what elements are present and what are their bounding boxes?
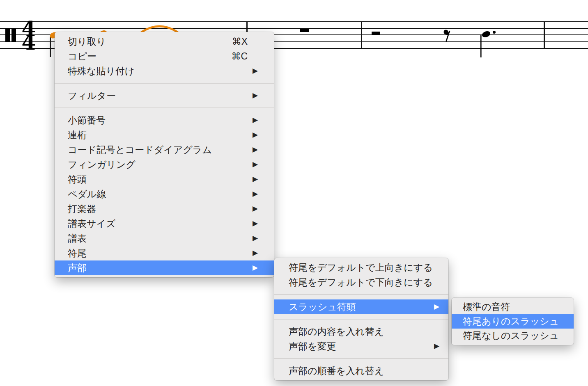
slash-noteheads-submenu: 標準の音符 符尾ありのスラッシュ 符尾なしのスラッシュ — [452, 298, 574, 345]
menu-item-label: スラッシュ符頭 — [289, 301, 356, 313]
menu-item-label: 符尾 — [68, 247, 87, 260]
submenu-arrow-icon: ▶ — [253, 249, 258, 256]
submenu-arrow-icon: ▶ — [253, 131, 258, 138]
submenu-arrow-icon: ▶ — [253, 146, 258, 153]
submenu-arrow-icon: ▶ — [253, 235, 258, 242]
menu-item-label: 声部 — [68, 262, 87, 274]
menu-item-label: 連桁 — [68, 129, 87, 142]
menu-item-label: 声部の順番を入れ替え — [289, 365, 384, 377]
menu-separator — [274, 314, 448, 324]
submenu-arrow-icon: ▶ — [253, 220, 258, 227]
menu-item-slashes-with-stems[interactable]: 符尾ありのスラッシュ — [452, 314, 574, 329]
menu-item-paste-special[interactable]: 特殊な貼り付け ▶ — [55, 64, 274, 78]
menu-item-slashes-without-stems[interactable]: 符尾なしのスラッシュ — [452, 329, 574, 343]
menu-separator — [274, 354, 448, 363]
menu-item-stems[interactable]: 符尾 ▶ — [55, 246, 274, 260]
menu-item-fingering[interactable]: フィンガリング ▶ — [55, 157, 274, 172]
menu-item-label: 符尾をデフォルトで上向きにする — [289, 261, 433, 274]
time-signature[interactable]: 4 4 — [22, 17, 36, 55]
submenu-arrow-icon: ▶ — [253, 190, 258, 197]
submenu-arrow-icon: ▶ — [253, 205, 258, 212]
menu-item-chord-symbols-diagrams[interactable]: コード記号とコードダイアグラム ▶ — [55, 142, 274, 157]
menu-item-label: 符尾なしのスラッシュ — [463, 329, 559, 342]
menu-item-label: 符頭 — [68, 173, 87, 186]
menu-item-label: 符尾ありのスラッシュ — [463, 315, 559, 328]
barline — [361, 21, 362, 49]
whole-rest[interactable] — [300, 29, 309, 32]
menu-item-label: 譜表 — [68, 232, 87, 245]
application-window: 4 4 切り取り ⌘X — [0, 0, 588, 386]
menu-item-label: 小節番号 — [68, 114, 106, 127]
menu-item-noteheads[interactable]: 符頭 ▶ — [55, 172, 274, 187]
menu-item-default-stems-down[interactable]: 符尾をデフォルトで下向きにする — [274, 275, 448, 290]
menu-separator — [55, 103, 274, 113]
menu-item-staff[interactable]: 譜表 ▶ — [55, 231, 274, 246]
submenu-arrow-icon: ▶ — [434, 343, 439, 349]
submenu-arrow-icon: ▶ — [253, 67, 258, 74]
shortcut-copy: ⌘C — [231, 51, 248, 62]
menu-item-cut[interactable]: 切り取り ⌘X — [55, 34, 274, 49]
context-menu: 切り取り ⌘X コピー ⌘C 特殊な貼り付け ▶ フィルター ▶ 小節番号 ▶ … — [55, 32, 274, 277]
augmentation-dot — [493, 31, 496, 34]
voices-submenu: 符尾をデフォルトで上向きにする 符尾をデフォルトで下向きにする スラッシュ符頭 … — [274, 258, 448, 380]
menu-item-label: 譜表サイズ — [68, 217, 116, 230]
shortcut-cut: ⌘X — [232, 36, 248, 47]
selected-note-stem[interactable] — [50, 37, 51, 57]
menu-item-copy[interactable]: コピー ⌘C — [55, 49, 274, 64]
menu-item-label: フィンガリング — [68, 158, 136, 171]
menu-item-label: 標準の音符 — [463, 301, 510, 313]
menu-item-slash-noteheads[interactable]: スラッシュ符頭 ▶ — [274, 299, 448, 314]
menu-item-label: 声部を変更 — [289, 340, 336, 353]
menu-separator — [274, 290, 448, 299]
submenu-arrow-icon: ▶ — [434, 303, 439, 310]
menu-item-label: 切り取り — [68, 35, 106, 48]
menu-item-voices[interactable]: 声部 ▶ — [55, 260, 274, 275]
menu-item-label: ペダル線 — [68, 188, 106, 201]
menu-item-label: コピー — [68, 50, 96, 63]
submenu-arrow-icon: ▶ — [253, 264, 258, 271]
menu-item-label: 符尾をデフォルトで下向きにする — [289, 276, 433, 289]
barline — [544, 21, 545, 49]
submenu-arrow-icon: ▶ — [253, 92, 258, 99]
menu-item-label: フィルター — [68, 89, 116, 102]
dotted-quarter-note[interactable] — [480, 30, 496, 57]
submenu-arrow-icon: ▶ — [253, 116, 258, 123]
menu-item-filter[interactable]: フィルター ▶ — [55, 88, 274, 103]
menu-item-label: 声部の内容を入れ替え — [289, 325, 384, 338]
notehead — [481, 30, 492, 39]
menu-item-label: 打楽器 — [68, 203, 96, 215]
half-rest[interactable] — [372, 32, 380, 35]
menu-item-change-voice[interactable]: 声部を変更 ▶ — [274, 339, 448, 354]
eighth-rest[interactable] — [444, 30, 450, 42]
submenu-arrow-icon: ▶ — [253, 176, 258, 183]
menu-item-default-stems-up[interactable]: 符尾をデフォルトで上向きにする — [274, 260, 448, 275]
menu-item-swap-voice-order[interactable]: 声部の順番を入れ替え — [274, 363, 448, 378]
menu-separator — [55, 78, 274, 88]
menu-item-bar-numbers[interactable]: 小節番号 ▶ — [55, 113, 274, 128]
menu-item-staff-size[interactable]: 譜表サイズ ▶ — [55, 216, 274, 231]
menu-item-beaming[interactable]: 連桁 ▶ — [55, 128, 274, 142]
time-signature-denominator: 4 — [22, 30, 36, 55]
submenu-arrow-icon: ▶ — [253, 161, 258, 168]
menu-item-pedal-lines[interactable]: ペダル線 ▶ — [55, 187, 274, 201]
menu-item-swap-voice-contents[interactable]: 声部の内容を入れ替え — [274, 324, 448, 339]
menu-item-label: コード記号とコードダイアグラム — [68, 144, 212, 156]
menu-item-normal-notes[interactable]: 標準の音符 — [452, 300, 574, 314]
menu-item-label: 特殊な貼り付け — [68, 65, 135, 78]
selection-tie[interactable] — [142, 26, 177, 32]
menu-item-percussion[interactable]: 打楽器 ▶ — [55, 201, 274, 216]
note-stem — [480, 35, 482, 57]
